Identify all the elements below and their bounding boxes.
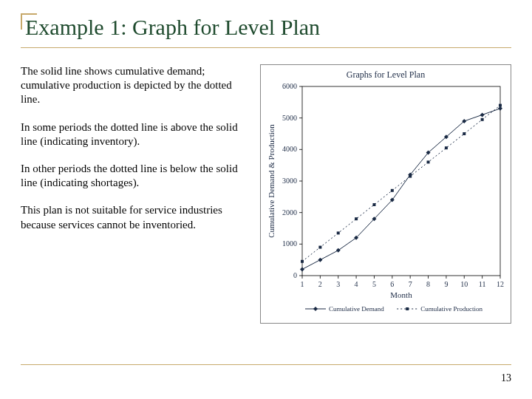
chart-svg: 0100020003000400050006000123456789101112… xyxy=(264,82,508,318)
footer-rule xyxy=(21,364,511,365)
svg-text:8: 8 xyxy=(426,280,430,288)
svg-rect-46 xyxy=(391,189,394,192)
svg-text:6000: 6000 xyxy=(282,82,297,90)
svg-rect-50 xyxy=(463,132,466,135)
title-accent-icon xyxy=(21,13,37,30)
svg-rect-42 xyxy=(318,246,321,249)
svg-text:Month: Month xyxy=(390,290,412,299)
svg-text:2: 2 xyxy=(318,280,322,288)
svg-rect-52 xyxy=(499,104,502,107)
paragraph: In other periods the dotted line is belo… xyxy=(21,162,248,190)
text-column: The solid line shows cumulative demand; … xyxy=(21,64,248,324)
svg-text:3: 3 xyxy=(336,280,340,288)
svg-rect-48 xyxy=(427,160,430,163)
svg-text:5000: 5000 xyxy=(282,114,297,122)
title-container: Example 1: Graph for Level Plan xyxy=(21,13,511,48)
svg-text:4: 4 xyxy=(355,280,358,288)
svg-text:Cumulative Demand & Production: Cumulative Demand & Production xyxy=(267,124,276,238)
chart-column: Graphs for Level Plan 010002000300040005… xyxy=(260,64,511,324)
svg-rect-56 xyxy=(406,307,409,310)
svg-rect-0 xyxy=(302,86,500,276)
svg-text:9: 9 xyxy=(444,280,448,288)
page-title: Example 1: Graph for Level Plan xyxy=(21,13,511,40)
svg-text:6: 6 xyxy=(390,280,394,288)
chart-title: Graphs for Level Plan xyxy=(264,69,508,81)
svg-rect-49 xyxy=(445,146,448,149)
svg-text:5: 5 xyxy=(372,280,376,288)
svg-text:2000: 2000 xyxy=(282,208,297,216)
page-number: 13 xyxy=(501,372,511,384)
svg-rect-41 xyxy=(301,260,304,263)
svg-text:1: 1 xyxy=(301,280,304,288)
chart-container: Graphs for Level Plan 010002000300040005… xyxy=(260,64,511,324)
svg-rect-44 xyxy=(355,217,358,220)
svg-text:0: 0 xyxy=(293,271,297,279)
svg-text:7: 7 xyxy=(409,280,412,288)
svg-rect-43 xyxy=(337,231,340,234)
paragraph: This plan is not suitable for service in… xyxy=(21,203,248,231)
svg-rect-45 xyxy=(372,203,375,206)
svg-text:1000: 1000 xyxy=(282,239,297,248)
svg-text:12: 12 xyxy=(497,280,504,288)
slide: Example 1: Graph for Level Plan The soli… xyxy=(0,0,532,399)
svg-text:4000: 4000 xyxy=(282,145,297,153)
svg-rect-51 xyxy=(481,118,484,121)
paragraph: The solid line shows cumulative demand; … xyxy=(21,64,248,107)
svg-text:Cumulative Demand: Cumulative Demand xyxy=(329,305,384,313)
svg-text:3000: 3000 xyxy=(282,177,297,185)
svg-text:10: 10 xyxy=(460,280,468,288)
svg-text:Cumulative Production: Cumulative Production xyxy=(420,305,482,313)
svg-rect-47 xyxy=(409,175,412,178)
content-row: The solid line shows cumulative demand; … xyxy=(21,64,511,324)
paragraph: In some periods the dotted line is above… xyxy=(21,120,248,149)
svg-text:11: 11 xyxy=(479,280,486,288)
